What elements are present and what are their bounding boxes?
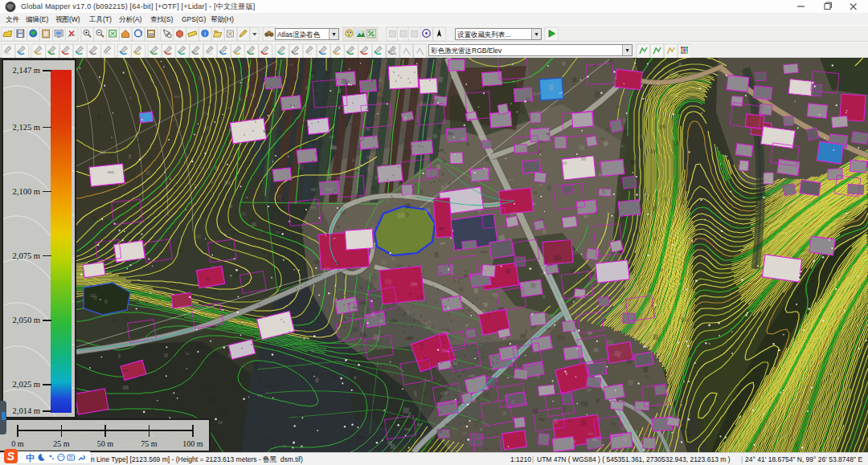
svg-text:中: 中: [26, 453, 35, 463]
